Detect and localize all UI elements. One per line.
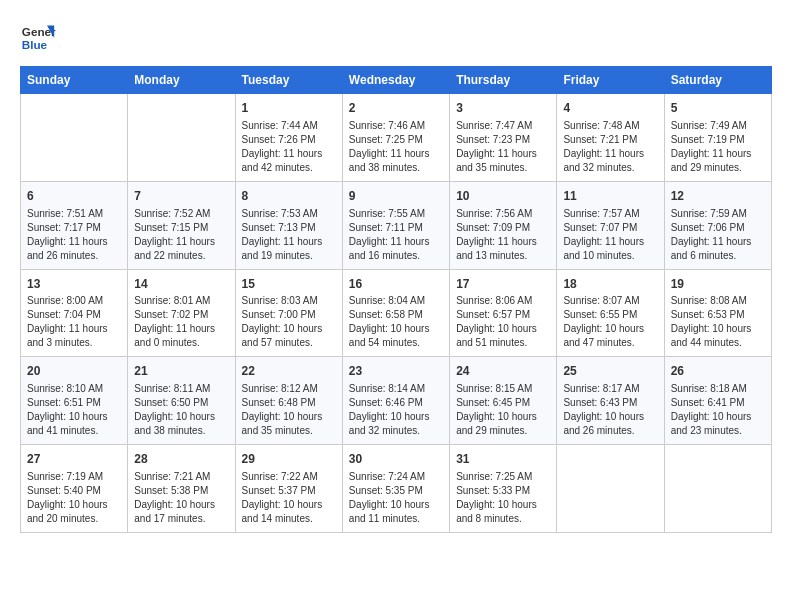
calendar-cell: 15Sunrise: 8:03 AM Sunset: 7:00 PM Dayli… — [235, 269, 342, 357]
calendar-cell: 20Sunrise: 8:10 AM Sunset: 6:51 PM Dayli… — [21, 357, 128, 445]
day-info: Sunrise: 8:17 AM Sunset: 6:43 PM Dayligh… — [563, 382, 657, 438]
calendar-cell: 22Sunrise: 8:12 AM Sunset: 6:48 PM Dayli… — [235, 357, 342, 445]
day-number: 9 — [349, 188, 443, 205]
day-info: Sunrise: 7:24 AM Sunset: 5:35 PM Dayligh… — [349, 470, 443, 526]
weekday-header: Monday — [128, 67, 235, 94]
calendar-cell — [557, 445, 664, 533]
day-number: 21 — [134, 363, 228, 380]
day-info: Sunrise: 8:11 AM Sunset: 6:50 PM Dayligh… — [134, 382, 228, 438]
day-number: 16 — [349, 276, 443, 293]
day-number: 13 — [27, 276, 121, 293]
calendar-cell: 30Sunrise: 7:24 AM Sunset: 5:35 PM Dayli… — [342, 445, 449, 533]
calendar-cell: 1Sunrise: 7:44 AM Sunset: 7:26 PM Daylig… — [235, 94, 342, 182]
weekday-header: Friday — [557, 67, 664, 94]
day-info: Sunrise: 7:25 AM Sunset: 5:33 PM Dayligh… — [456, 470, 550, 526]
day-number: 2 — [349, 100, 443, 117]
calendar-cell: 4Sunrise: 7:48 AM Sunset: 7:21 PM Daylig… — [557, 94, 664, 182]
day-info: Sunrise: 7:53 AM Sunset: 7:13 PM Dayligh… — [242, 207, 336, 263]
calendar-cell: 25Sunrise: 8:17 AM Sunset: 6:43 PM Dayli… — [557, 357, 664, 445]
calendar-week-row: 6Sunrise: 7:51 AM Sunset: 7:17 PM Daylig… — [21, 181, 772, 269]
calendar-cell: 9Sunrise: 7:55 AM Sunset: 7:11 PM Daylig… — [342, 181, 449, 269]
day-info: Sunrise: 7:21 AM Sunset: 5:38 PM Dayligh… — [134, 470, 228, 526]
calendar-cell: 12Sunrise: 7:59 AM Sunset: 7:06 PM Dayli… — [664, 181, 771, 269]
day-info: Sunrise: 8:03 AM Sunset: 7:00 PM Dayligh… — [242, 294, 336, 350]
calendar-cell: 8Sunrise: 7:53 AM Sunset: 7:13 PM Daylig… — [235, 181, 342, 269]
calendar-cell: 2Sunrise: 7:46 AM Sunset: 7:25 PM Daylig… — [342, 94, 449, 182]
day-number: 4 — [563, 100, 657, 117]
day-info: Sunrise: 8:18 AM Sunset: 6:41 PM Dayligh… — [671, 382, 765, 438]
day-number: 18 — [563, 276, 657, 293]
day-info: Sunrise: 8:07 AM Sunset: 6:55 PM Dayligh… — [563, 294, 657, 350]
day-number: 19 — [671, 276, 765, 293]
calendar-table: SundayMondayTuesdayWednesdayThursdayFrid… — [20, 66, 772, 533]
calendar-cell — [128, 94, 235, 182]
header-row: SundayMondayTuesdayWednesdayThursdayFrid… — [21, 67, 772, 94]
day-number: 28 — [134, 451, 228, 468]
day-info: Sunrise: 7:19 AM Sunset: 5:40 PM Dayligh… — [27, 470, 121, 526]
day-info: Sunrise: 7:49 AM Sunset: 7:19 PM Dayligh… — [671, 119, 765, 175]
day-number: 3 — [456, 100, 550, 117]
calendar-cell: 3Sunrise: 7:47 AM Sunset: 7:23 PM Daylig… — [450, 94, 557, 182]
day-number: 24 — [456, 363, 550, 380]
day-number: 5 — [671, 100, 765, 117]
day-info: Sunrise: 8:08 AM Sunset: 6:53 PM Dayligh… — [671, 294, 765, 350]
day-info: Sunrise: 7:56 AM Sunset: 7:09 PM Dayligh… — [456, 207, 550, 263]
day-number: 23 — [349, 363, 443, 380]
calendar-cell: 23Sunrise: 8:14 AM Sunset: 6:46 PM Dayli… — [342, 357, 449, 445]
svg-text:Blue: Blue — [22, 38, 48, 51]
day-info: Sunrise: 8:10 AM Sunset: 6:51 PM Dayligh… — [27, 382, 121, 438]
day-number: 31 — [456, 451, 550, 468]
day-number: 15 — [242, 276, 336, 293]
calendar-cell: 11Sunrise: 7:57 AM Sunset: 7:07 PM Dayli… — [557, 181, 664, 269]
day-info: Sunrise: 7:52 AM Sunset: 7:15 PM Dayligh… — [134, 207, 228, 263]
weekday-header: Thursday — [450, 67, 557, 94]
day-number: 1 — [242, 100, 336, 117]
calendar-cell: 5Sunrise: 7:49 AM Sunset: 7:19 PM Daylig… — [664, 94, 771, 182]
calendar-cell: 26Sunrise: 8:18 AM Sunset: 6:41 PM Dayli… — [664, 357, 771, 445]
day-info: Sunrise: 8:06 AM Sunset: 6:57 PM Dayligh… — [456, 294, 550, 350]
day-info: Sunrise: 7:46 AM Sunset: 7:25 PM Dayligh… — [349, 119, 443, 175]
day-number: 7 — [134, 188, 228, 205]
calendar-cell: 6Sunrise: 7:51 AM Sunset: 7:17 PM Daylig… — [21, 181, 128, 269]
calendar-week-row: 20Sunrise: 8:10 AM Sunset: 6:51 PM Dayli… — [21, 357, 772, 445]
calendar-cell: 24Sunrise: 8:15 AM Sunset: 6:45 PM Dayli… — [450, 357, 557, 445]
weekday-header: Tuesday — [235, 67, 342, 94]
weekday-header: Saturday — [664, 67, 771, 94]
day-number: 11 — [563, 188, 657, 205]
day-info: Sunrise: 7:59 AM Sunset: 7:06 PM Dayligh… — [671, 207, 765, 263]
day-info: Sunrise: 8:04 AM Sunset: 6:58 PM Dayligh… — [349, 294, 443, 350]
weekday-header: Wednesday — [342, 67, 449, 94]
day-number: 29 — [242, 451, 336, 468]
day-info: Sunrise: 7:48 AM Sunset: 7:21 PM Dayligh… — [563, 119, 657, 175]
day-number: 30 — [349, 451, 443, 468]
day-info: Sunrise: 7:51 AM Sunset: 7:17 PM Dayligh… — [27, 207, 121, 263]
calendar-cell: 10Sunrise: 7:56 AM Sunset: 7:09 PM Dayli… — [450, 181, 557, 269]
calendar-body: 1Sunrise: 7:44 AM Sunset: 7:26 PM Daylig… — [21, 94, 772, 533]
calendar-cell: 31Sunrise: 7:25 AM Sunset: 5:33 PM Dayli… — [450, 445, 557, 533]
calendar-week-row: 27Sunrise: 7:19 AM Sunset: 5:40 PM Dayli… — [21, 445, 772, 533]
day-number: 25 — [563, 363, 657, 380]
calendar-cell: 13Sunrise: 8:00 AM Sunset: 7:04 PM Dayli… — [21, 269, 128, 357]
day-info: Sunrise: 8:14 AM Sunset: 6:46 PM Dayligh… — [349, 382, 443, 438]
calendar-cell — [21, 94, 128, 182]
calendar-cell: 29Sunrise: 7:22 AM Sunset: 5:37 PM Dayli… — [235, 445, 342, 533]
calendar-cell: 28Sunrise: 7:21 AM Sunset: 5:38 PM Dayli… — [128, 445, 235, 533]
calendar-cell: 27Sunrise: 7:19 AM Sunset: 5:40 PM Dayli… — [21, 445, 128, 533]
weekday-header: Sunday — [21, 67, 128, 94]
day-info: Sunrise: 8:12 AM Sunset: 6:48 PM Dayligh… — [242, 382, 336, 438]
day-number: 20 — [27, 363, 121, 380]
day-number: 8 — [242, 188, 336, 205]
day-number: 12 — [671, 188, 765, 205]
day-info: Sunrise: 8:15 AM Sunset: 6:45 PM Dayligh… — [456, 382, 550, 438]
calendar-cell: 17Sunrise: 8:06 AM Sunset: 6:57 PM Dayli… — [450, 269, 557, 357]
day-info: Sunrise: 8:01 AM Sunset: 7:02 PM Dayligh… — [134, 294, 228, 350]
day-number: 26 — [671, 363, 765, 380]
calendar-cell: 18Sunrise: 8:07 AM Sunset: 6:55 PM Dayli… — [557, 269, 664, 357]
calendar-week-row: 1Sunrise: 7:44 AM Sunset: 7:26 PM Daylig… — [21, 94, 772, 182]
calendar-cell: 14Sunrise: 8:01 AM Sunset: 7:02 PM Dayli… — [128, 269, 235, 357]
calendar-week-row: 13Sunrise: 8:00 AM Sunset: 7:04 PM Dayli… — [21, 269, 772, 357]
day-info: Sunrise: 7:47 AM Sunset: 7:23 PM Dayligh… — [456, 119, 550, 175]
day-number: 10 — [456, 188, 550, 205]
day-number: 17 — [456, 276, 550, 293]
day-number: 6 — [27, 188, 121, 205]
